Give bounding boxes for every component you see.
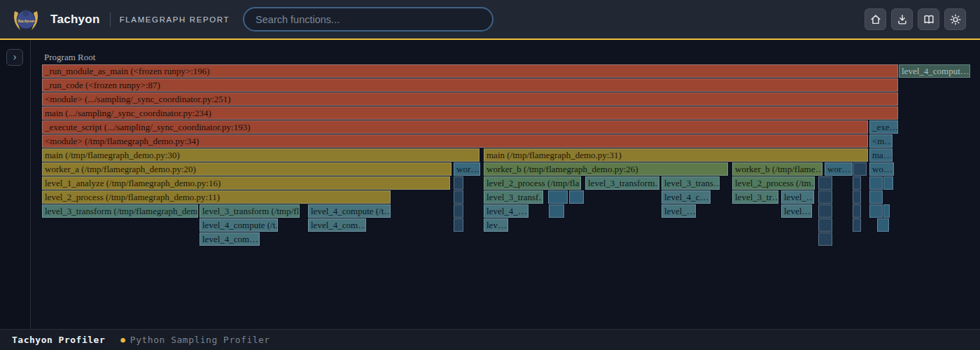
flame-frame[interactable]: level… [781, 204, 812, 218]
flame-frame[interactable]: level_… [662, 204, 696, 218]
app-title: Tachyon [50, 13, 100, 27]
flame-frame[interactable]: level_3_tr… [732, 190, 778, 204]
flame-root-frame[interactable]: Program Root [42, 52, 969, 63]
flame-frame[interactable] [853, 162, 867, 176]
flame-frame[interactable]: level_3_trans… [662, 176, 720, 190]
flame-frame[interactable]: level_3_transform (/tmp/fl… [200, 204, 300, 218]
flame-frame[interactable] [454, 204, 463, 218]
brightness-icon [949, 13, 962, 26]
flame-frame[interactable]: main (.../sampling/_sync_coordinator.py:… [42, 106, 898, 120]
flame-frame[interactable] [454, 218, 463, 232]
search-input[interactable] [243, 7, 493, 31]
flame-frame[interactable] [853, 190, 861, 204]
flame-frame[interactable] [818, 190, 832, 204]
flame-frame[interactable]: level_4_com… [200, 232, 260, 246]
flame-frame[interactable] [853, 218, 861, 232]
flame-frame[interactable]: level_1_analyze (/tmp/flamegraph_demo.py… [42, 176, 450, 190]
flame-frame[interactable] [877, 218, 889, 232]
flame-frame[interactable]: lev… [484, 218, 508, 232]
sidebar-expand-button[interactable]: › [6, 49, 23, 66]
flame-frame[interactable]: worker_a (/tmp/flamegraph_demo.py:20) [42, 162, 451, 176]
flame-frame[interactable]: worker_b (/tmp/flame… [732, 162, 822, 176]
flame-frame[interactable] [818, 218, 832, 232]
flame-frame[interactable]: level_4_compute (/t… [200, 218, 278, 232]
flame-frame[interactable]: main (/tmp/flamegraph_demo.py:30) [42, 148, 479, 162]
flame-frame[interactable]: level_3_transform (/tmp/flamegraph_dem… [42, 204, 198, 218]
download-icon [896, 13, 909, 26]
chevron-right-icon: › [13, 51, 17, 62]
app-logo-icon: Tachyon [12, 6, 40, 34]
report-type-label: FLAMEGRAPH REPORT [120, 15, 230, 24]
flame-frame[interactable]: _execute_script (.../sampling/_sync_coor… [42, 120, 868, 134]
flame-frame[interactable]: _exe… [869, 120, 898, 134]
download-button[interactable] [891, 8, 913, 30]
flame-frame[interactable]: <module> (/tmp/flamegraph_demo.py:34) [42, 134, 868, 148]
flame-frame[interactable]: ma… [869, 148, 892, 162]
book-icon [923, 13, 935, 26]
flame-frame[interactable] [569, 190, 584, 204]
flame-frame[interactable]: wor… [454, 162, 480, 176]
flame-frame[interactable] [883, 176, 893, 190]
status-dot-icon: ● [120, 335, 125, 344]
status-subtitle: Python Sampling Profiler [130, 335, 270, 345]
status-bar: Tachyon Profiler ● Python Sampling Profi… [0, 329, 980, 350]
flame-frame[interactable]: level_4_compute (/t… [308, 204, 391, 218]
flame-frame[interactable] [454, 176, 463, 190]
flame-frame[interactable]: level_4_… [484, 204, 528, 218]
flame-frame[interactable] [883, 204, 890, 218]
flame-frame[interactable]: wor… [825, 162, 853, 176]
flame-frame[interactable]: level_3_transf… [484, 190, 543, 204]
flame-frame[interactable] [818, 176, 832, 190]
flame-frame[interactable] [869, 204, 883, 218]
flame-frame[interactable]: level_2_process (/tm… [732, 176, 815, 190]
flame-frame[interactable] [869, 190, 883, 204]
flamegraph: Program Root_run_module_as_main (<frozen… [0, 0, 980, 350]
flame-frame[interactable] [818, 204, 832, 218]
flame-frame[interactable] [853, 176, 861, 190]
header-divider [110, 13, 111, 27]
flame-frame[interactable] [454, 190, 463, 204]
flame-frame[interactable]: <m… [869, 134, 892, 148]
status-app-name: Tachyon Profiler [12, 335, 105, 345]
flame-frame[interactable]: _run_code (<frozen runpy>:87) [42, 78, 898, 92]
toolbar [864, 8, 980, 30]
flame-frame[interactable]: level_3_transform… [585, 176, 659, 190]
theme-button[interactable] [944, 8, 966, 30]
app-window: Program Root_run_module_as_main (<frozen… [0, 0, 980, 350]
flame-frame[interactable] [548, 190, 568, 204]
flame-frame[interactable] [853, 204, 861, 218]
flame-frame[interactable]: <module> (.../sampling/_sync_coordinator… [42, 92, 898, 106]
flame-frame[interactable]: wo… [869, 162, 894, 176]
flame-frame[interactable]: main (/tmp/flamegraph_demo.py:31) [484, 148, 868, 162]
header: Tachyon Tachyon FLAMEGRAPH REPORT [0, 0, 980, 40]
flame-frame[interactable]: level_4_comput… [899, 64, 970, 78]
svg-text:Tachyon: Tachyon [18, 18, 35, 24]
flame-frame[interactable] [549, 204, 564, 218]
sidebar: › [0, 40, 31, 329]
flame-frame[interactable]: level_2_process (/tmp/flamegraph_demo.py… [42, 190, 391, 204]
flame-frame[interactable]: level_… [781, 190, 814, 204]
home-button[interactable] [864, 8, 886, 30]
flame-frame[interactable]: _run_module_as_main (<frozen runpy>:196) [42, 64, 898, 78]
home-icon [869, 13, 882, 26]
flame-frame[interactable]: level_2_process (/tmp/fla… [484, 176, 581, 190]
flame-frame[interactable]: level_4_c… [662, 190, 710, 204]
flame-frame[interactable] [818, 232, 832, 246]
flame-frame[interactable]: worker_b (/tmp/flamegraph_demo.py:26) [484, 162, 728, 176]
docs-button[interactable] [918, 8, 939, 30]
flame-frame[interactable]: level_4_com… [308, 218, 366, 232]
flame-frame[interactable] [869, 176, 883, 190]
